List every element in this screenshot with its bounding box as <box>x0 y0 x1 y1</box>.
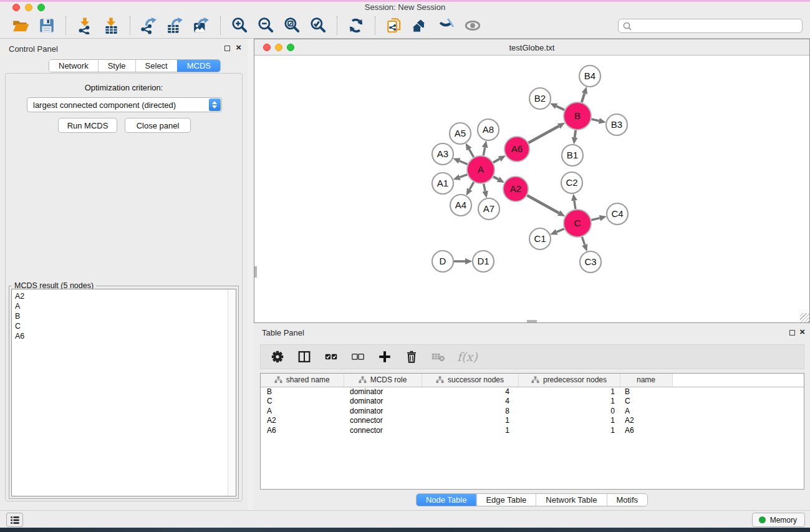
zoom-in-button[interactable] <box>226 14 253 37</box>
table-panel-float-icon[interactable] <box>789 330 795 336</box>
table-cell[interactable]: 1 <box>518 416 620 426</box>
close-panel-button[interactable]: Close panel <box>125 118 191 133</box>
task-history-button[interactable] <box>6 513 23 527</box>
edge-A-A2[interactable] <box>493 177 498 179</box>
result-list-item[interactable]: C <box>12 321 236 331</box>
run-mcds-button[interactable]: Run MCDS <box>58 118 117 133</box>
canvas-vertical-scrollthumb[interactable] <box>254 266 257 278</box>
table-cell[interactable]: B <box>620 387 672 397</box>
zoom-out-button[interactable] <box>253 14 279 37</box>
zoom-selected-button[interactable] <box>305 14 331 37</box>
table-row[interactable]: Bdominator41B <box>261 387 804 397</box>
panel-divider[interactable] <box>248 39 254 510</box>
column-header-name[interactable]: name <box>620 374 672 387</box>
settings-button[interactable] <box>269 349 286 365</box>
table-row[interactable]: Cdominator41C <box>261 397 804 407</box>
table-cell[interactable]: A6 <box>261 425 344 435</box>
add-column-button[interactable] <box>377 349 393 365</box>
show-panel-button[interactable] <box>460 14 486 37</box>
table-cell[interactable]: dominator <box>344 387 422 397</box>
function-builder-button[interactable]: f(x) <box>457 349 478 365</box>
table-tab-edge-table[interactable]: Edge Table <box>476 494 536 506</box>
edge-A2-C[interactable] <box>527 195 559 213</box>
table-tab-node-table[interactable]: Node Table <box>417 494 476 506</box>
table-panel-close-icon[interactable]: × <box>799 326 805 337</box>
mcds-result-list[interactable]: A2ABCA6 <box>11 289 236 496</box>
table-cell[interactable]: A2 <box>261 416 344 426</box>
control-panel-close-icon[interactable]: × <box>236 42 241 53</box>
delete-column-button[interactable] <box>403 349 420 365</box>
edge-C-C3[interactable] <box>582 237 584 245</box>
edge-A-A7[interactable] <box>484 184 485 191</box>
table-row[interactable]: A2connector11A2 <box>261 416 804 426</box>
table-cell[interactable]: 0 <box>518 406 620 416</box>
open-file-button[interactable] <box>7 14 34 37</box>
edge-B-B1[interactable] <box>575 130 576 137</box>
table-cell[interactable]: connector <box>344 416 422 426</box>
edge-C-C4[interactable] <box>591 218 599 220</box>
table-cell[interactable]: 1 <box>518 397 620 407</box>
table-cell[interactable]: 1 <box>422 425 518 435</box>
table-cell[interactable] <box>672 387 804 397</box>
table-cell[interactable] <box>672 406 804 416</box>
result-list-item[interactable]: A6 <box>12 331 236 341</box>
table-tab-network-table[interactable]: Network Table <box>536 494 606 506</box>
network-window-titlebar[interactable]: testGlobe.txt <box>254 39 809 56</box>
export-network-button[interactable] <box>136 14 162 37</box>
zoom-fit-button[interactable] <box>279 14 305 37</box>
tab-network[interactable]: Network <box>49 60 98 72</box>
home-button[interactable] <box>407 14 433 37</box>
table-cell[interactable]: connector <box>344 425 422 435</box>
table-cell[interactable] <box>672 425 804 435</box>
table-cell[interactable]: 1 <box>518 387 620 397</box>
column-header-predecessor-nodes[interactable]: predecessor nodes <box>518 374 620 387</box>
panel-columns-button[interactable] <box>296 349 312 365</box>
edge-B-B4[interactable] <box>582 94 584 102</box>
edge-B-B2[interactable] <box>556 106 564 110</box>
control-panel-float-icon[interactable] <box>224 46 230 51</box>
deselect-all-button[interactable] <box>350 349 366 365</box>
edge-A-A4[interactable] <box>470 182 474 190</box>
table-cell[interactable]: dominator <box>344 406 422 416</box>
window-resize-grip[interactable] <box>800 313 809 322</box>
table-cell[interactable]: 8 <box>422 406 518 416</box>
column-header-successor-nodes[interactable]: successor nodes <box>422 374 518 387</box>
tab-select[interactable]: Select <box>135 60 177 72</box>
result-scrollbar[interactable] <box>228 290 235 495</box>
edge-A-A6[interactable] <box>493 159 499 163</box>
search-input[interactable] <box>635 20 797 32</box>
edge-B-B3[interactable] <box>591 119 599 121</box>
table-cell[interactable]: A6 <box>620 425 672 435</box>
table-cell[interactable] <box>672 397 804 407</box>
result-list-item[interactable]: B <box>12 311 236 321</box>
table-cell[interactable]: 1 <box>422 416 518 426</box>
criterion-dropdown[interactable]: largest connected component (directed) <box>27 97 222 112</box>
canvas-horizontal-scrollthumb[interactable] <box>527 320 537 322</box>
select-all-button[interactable] <box>323 349 339 365</box>
edge-A6-B[interactable] <box>528 126 559 143</box>
hide-panel-button[interactable] <box>433 14 460 37</box>
delete-table-button[interactable] <box>430 349 446 365</box>
export-image-button[interactable] <box>188 14 215 37</box>
clone-network-button[interactable] <box>381 14 407 37</box>
table-cell[interactable]: A2 <box>620 416 672 426</box>
table-cell[interactable]: 4 <box>422 387 518 397</box>
network-canvas[interactable]: AA1A2A3A4A5A6A7A8BB1B2B3B4CC1C2C3C4DD1 <box>254 56 809 322</box>
refresh-layout-button[interactable] <box>343 14 369 37</box>
import-network-button[interactable] <box>72 14 98 37</box>
edge-C-C2[interactable] <box>574 201 576 209</box>
edge-A-A3[interactable] <box>460 161 468 164</box>
export-table-button[interactable] <box>162 14 188 37</box>
column-header-MCDS-role[interactable]: MCDS role <box>344 374 422 387</box>
edge-A-A8[interactable] <box>483 148 485 156</box>
table-tab-motifs[interactable]: Motifs <box>606 494 647 506</box>
table-cell[interactable] <box>672 416 804 426</box>
table-cell[interactable]: 1 <box>518 425 620 435</box>
table-row[interactable]: A6connector11A6 <box>261 425 804 435</box>
memory-button[interactable]: Memory <box>752 513 805 527</box>
table-cell[interactable]: C <box>261 397 344 407</box>
table-cell[interactable]: A <box>620 406 672 416</box>
edge-C-C1[interactable] <box>557 229 564 232</box>
table-cell[interactable]: dominator <box>344 397 422 407</box>
tab-style[interactable]: Style <box>98 60 135 72</box>
